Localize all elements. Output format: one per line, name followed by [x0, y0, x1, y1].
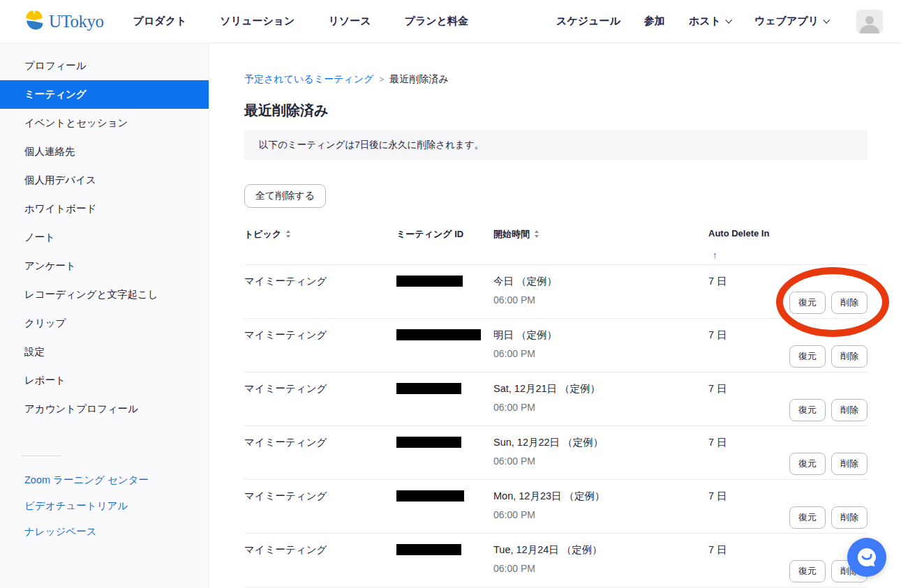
auto-delete-value: 7 日 — [708, 490, 785, 533]
delete-button[interactable]: 削除 — [831, 292, 868, 314]
nav-item-webapp-menu[interactable]: ウェブアプリ — [754, 15, 828, 28]
table-row: マイミーティング Mon, 12月23日 （定例） 06:00 PM 7 日 復… — [244, 480, 868, 534]
nav-item-schedule[interactable]: スケジュール — [556, 15, 620, 28]
nav-item-join[interactable]: 参加 — [644, 15, 665, 28]
auto-delete-value: 7 日 — [708, 436, 785, 479]
sort-ascending-icon: ↑ — [713, 250, 717, 260]
redacted-meeting-id — [396, 276, 463, 287]
sidebar-item-notes[interactable]: ノート — [0, 223, 209, 252]
redacted-meeting-id — [396, 544, 461, 555]
auto-delete-value: 7 日 — [708, 543, 785, 587]
column-header-start-time[interactable]: 開始時間 — [493, 228, 708, 260]
sort-icon[interactable] — [286, 230, 290, 238]
redacted-meeting-id — [396, 490, 464, 502]
breadcrumb-current: 最近削除済み — [389, 73, 448, 86]
column-header-topic[interactable]: トピック — [244, 228, 396, 260]
delete-all-button[interactable]: 全て削除する — [244, 184, 326, 208]
utokyo-logo[interactable]: UTokyo — [24, 10, 104, 33]
meeting-time: 06:00 PM — [493, 402, 708, 413]
auto-delete-value: 7 日 — [708, 382, 785, 425]
auto-delete-value: 7 日 — [708, 275, 785, 318]
restore-button[interactable]: 復元 — [789, 292, 826, 314]
row-actions: 復元 削除 — [785, 329, 868, 372]
meeting-topic: マイミーティング — [244, 382, 396, 425]
utokyo-logo-text: UTokyo — [49, 12, 104, 31]
meeting-date: Sun, 12月22日 （定例） — [493, 436, 708, 449]
utokyo-ginkgo-icon — [24, 10, 45, 33]
sidebar-link-video-tutorials[interactable]: ビデオチュートリアル — [0, 493, 209, 519]
row-actions: 復元 削除 — [785, 490, 868, 533]
user-avatar[interactable] — [856, 10, 883, 33]
sidebar-item-recordings[interactable]: レコーディングと文字起こし — [0, 280, 209, 309]
account-nav: スケジュール 参加 ホスト ウェブアプリ — [556, 10, 883, 33]
sidebar-item-events-sessions[interactable]: イベントとセッション — [0, 109, 209, 137]
chat-support-widget[interactable] — [847, 538, 886, 577]
meeting-topic: マイミーティング — [244, 490, 396, 533]
meeting-time: 06:00 PM — [493, 348, 708, 359]
meeting-topic: マイミーティング — [244, 275, 396, 318]
sidebar-item-surveys[interactable]: アンケート — [0, 252, 209, 280]
redacted-meeting-id — [396, 383, 461, 394]
table-row: マイミーティング 今日 （定例） 06:00 PM 7 日 復元 削除 — [244, 265, 868, 319]
column-header-actions — [785, 228, 868, 260]
restore-button[interactable]: 復元 — [789, 453, 826, 475]
table-row: マイミーティング 明日 （定例） 06:00 PM 7 日 復元 削除 — [244, 319, 868, 372]
delete-button[interactable]: 削除 — [831, 399, 868, 421]
primary-nav: プロダクト ソリューション リソース プランと料金 — [133, 15, 468, 28]
meeting-time: 06:00 PM — [493, 455, 708, 467]
meeting-date: Mon, 12月23日 （定例） — [493, 490, 708, 503]
sidebar-item-personal-devices[interactable]: 個人用デバイス — [0, 166, 209, 195]
delete-button[interactable]: 削除 — [831, 453, 868, 475]
main-content: 予定されているミーティング > 最近削除済み 最近削除済み 以下のミーティングは… — [209, 43, 901, 588]
column-header-meeting-id: ミーティング ID — [396, 228, 493, 260]
table-row: マイミーティング Tue, 12月24日 （定例） 06:00 PM 7 日 復… — [244, 534, 868, 587]
chevron-down-icon — [725, 16, 732, 23]
sidebar-item-clips[interactable]: クリップ — [0, 309, 209, 338]
meeting-date: Tue, 12月24日 （定例） — [493, 543, 708, 557]
nav-item-solutions[interactable]: ソリューション — [220, 15, 295, 28]
row-actions: 復元 削除 — [785, 382, 868, 425]
meeting-date: 明日 （定例） — [493, 329, 708, 342]
chat-bubble-icon — [856, 547, 877, 568]
nav-item-plans-pricing[interactable]: プランと料金 — [405, 15, 468, 28]
meeting-date: 今日 （定例） — [493, 275, 708, 288]
nav-item-products[interactable]: プロダクト — [133, 15, 187, 28]
sidebar-item-account-profile[interactable]: アカウントプロフィール — [0, 395, 209, 423]
meeting-topic: マイミーティング — [244, 543, 396, 587]
sidebar-item-personal-contacts[interactable]: 個人連絡先 — [0, 137, 209, 166]
nav-item-host-menu[interactable]: ホスト — [689, 15, 731, 28]
sidebar-item-whiteboards[interactable]: ホワイトボード — [0, 195, 209, 223]
sidebar-item-reports[interactable]: レポート — [0, 366, 209, 395]
redacted-meeting-id — [396, 437, 461, 448]
restore-button[interactable]: 復元 — [789, 560, 826, 582]
sidebar-item-profile[interactable]: プロフィール — [0, 52, 209, 80]
sidebar-item-settings[interactable]: 設定 — [0, 338, 209, 366]
row-actions: 復元 削除 — [785, 275, 868, 318]
sort-icon[interactable] — [535, 230, 539, 238]
breadcrumb-upcoming-meetings[interactable]: 予定されているミーティング — [244, 73, 373, 86]
delete-button[interactable]: 削除 — [831, 506, 868, 529]
page-title: 最近削除済み — [244, 101, 868, 120]
meeting-time: 06:00 PM — [493, 294, 708, 306]
row-actions: 復元 削除 — [785, 436, 868, 479]
sidebar-divider — [21, 455, 61, 456]
restore-button[interactable]: 復元 — [789, 399, 826, 421]
meeting-time: 06:00 PM — [493, 509, 708, 520]
nav-item-resources[interactable]: リソース — [328, 15, 371, 28]
column-header-auto-delete-in[interactable]: Auto Delete In ↑ — [708, 228, 785, 260]
restore-button[interactable]: 復元 — [789, 345, 826, 368]
sidebar-link-knowledge-base[interactable]: ナレッジベース — [0, 519, 209, 545]
top-navigation-bar: UTokyo プロダクト ソリューション リソース プランと料金 スケジュール … — [0, 0, 901, 43]
sidebar-item-meetings[interactable]: ミーティング — [0, 80, 209, 109]
restore-button[interactable]: 復元 — [789, 506, 826, 529]
breadcrumb: 予定されているミーティング > 最近削除済み — [244, 73, 868, 86]
meeting-topic: マイミーティング — [244, 329, 396, 372]
chevron-down-icon — [823, 16, 830, 23]
delete-button[interactable]: 削除 — [831, 345, 868, 368]
meeting-topic: マイミーティング — [244, 436, 396, 479]
sidebar-link-learning-center[interactable]: Zoom ラーニング センター — [0, 467, 209, 493]
table-header-row: トピック ミーティング ID 開始時間 Auto Delete In ↑ — [244, 228, 868, 265]
sidebar: プロフィール ミーティング イベントとセッション 個人連絡先 個人用デバイス ホ… — [0, 43, 209, 588]
meeting-date: Sat, 12月21日 （定例） — [493, 382, 708, 395]
table-row: マイミーティング Sun, 12月22日 （定例） 06:00 PM 7 日 復… — [244, 426, 868, 480]
